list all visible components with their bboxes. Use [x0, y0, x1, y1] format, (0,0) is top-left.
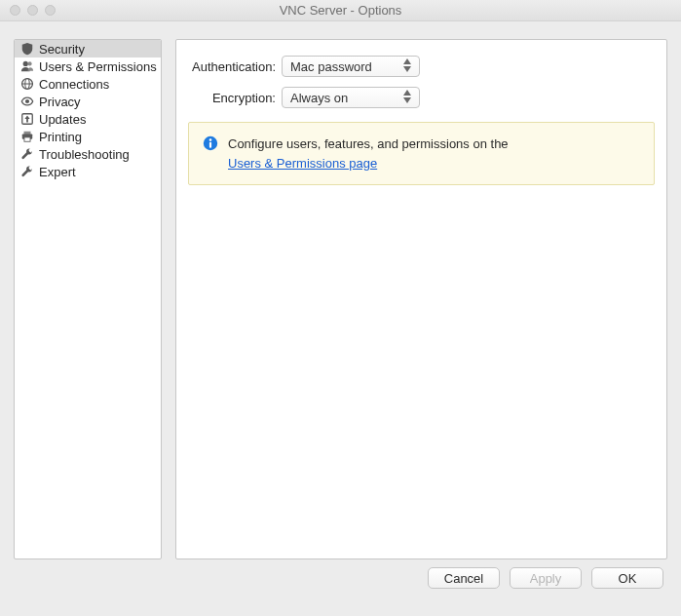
encryption-label: Encryption: [188, 91, 282, 105]
eye-icon [20, 95, 34, 108]
svg-point-11 [209, 138, 212, 141]
close-window-icon[interactable] [10, 5, 20, 16]
sidebar-item-printing[interactable]: Printing [15, 128, 161, 145]
chevron-up-down-icon [403, 90, 415, 103]
info-text: Configure users, features, and permissio… [228, 136, 509, 151]
svg-point-1 [28, 61, 32, 65]
svg-point-0 [23, 61, 28, 66]
sidebar-item-label: Printing [39, 130, 82, 144]
svg-point-5 [25, 99, 29, 103]
sidebar-item-security[interactable]: Security [15, 40, 161, 58]
sidebar-item-users-permissions[interactable]: Users & Permissions [15, 58, 161, 75]
sidebar-item-expert[interactable]: Expert [15, 163, 161, 180]
sidebar-item-troubleshooting[interactable]: Troubleshooting [15, 145, 161, 163]
window-title: VNC Server - Options [0, 3, 681, 18]
sidebar-item-label: Expert [39, 165, 76, 179]
window-controls [0, 5, 56, 16]
dialog-footer: Cancel Apply OK [0, 567, 681, 600]
sidebar-item-label: Security [39, 42, 85, 57]
svg-rect-12 [209, 142, 211, 148]
sidebar-item-connections[interactable]: Connections [15, 75, 161, 93]
users-permissions-link[interactable]: Users & Permissions page [228, 156, 377, 171]
ok-button[interactable]: OK [591, 567, 663, 589]
authentication-select[interactable]: Mac password [282, 56, 420, 77]
sidebar-item-privacy[interactable]: Privacy [15, 93, 161, 110]
titlebar: VNC Server - Options [0, 0, 681, 21]
sidebar-item-label: Connections [39, 77, 109, 92]
sidebar-item-label: Privacy [39, 95, 81, 109]
minimize-window-icon[interactable] [27, 5, 38, 16]
zoom-window-icon[interactable] [45, 5, 56, 16]
sidebar-item-updates[interactable]: Updates [15, 110, 161, 128]
sidebar-item-label: Users & Permissions [39, 59, 157, 74]
wrench-icon [20, 165, 34, 178]
info-icon [203, 135, 218, 151]
sidebar-item-label: Updates [39, 112, 86, 127]
apply-button: Apply [510, 567, 582, 589]
encryption-value: Always on [290, 91, 348, 105]
authentication-label: Authentication: [188, 59, 282, 74]
cancel-button[interactable]: Cancel [428, 567, 500, 589]
sidebar: Security Users & Permissions Connections… [14, 39, 162, 559]
shield-icon [20, 42, 34, 56]
info-box: Configure users, features, and permissio… [188, 122, 655, 185]
users-icon [20, 59, 34, 73]
encryption-select[interactable]: Always on [282, 87, 420, 108]
wrench-icon [20, 147, 34, 161]
sidebar-item-label: Troubleshooting [39, 147, 130, 162]
svg-rect-9 [24, 137, 30, 141]
globe-icon [20, 77, 34, 91]
main-panel: Authentication: Mac password Encryption:… [175, 39, 667, 559]
printer-icon [20, 130, 34, 143]
chevron-up-down-icon [403, 58, 415, 72]
authentication-value: Mac password [290, 59, 372, 74]
arrow-up-box-icon [20, 112, 34, 126]
